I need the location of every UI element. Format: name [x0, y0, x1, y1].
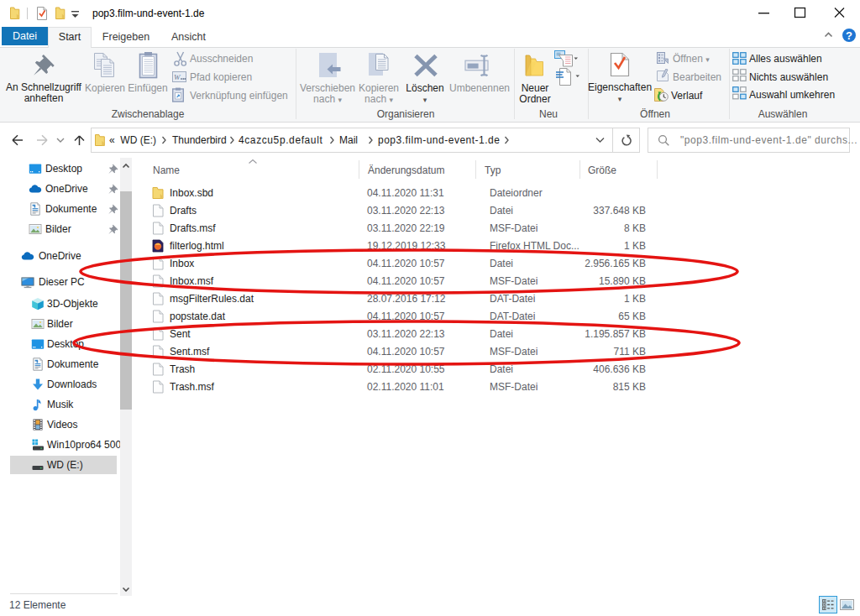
svg-text:?: ?: [846, 29, 852, 42]
